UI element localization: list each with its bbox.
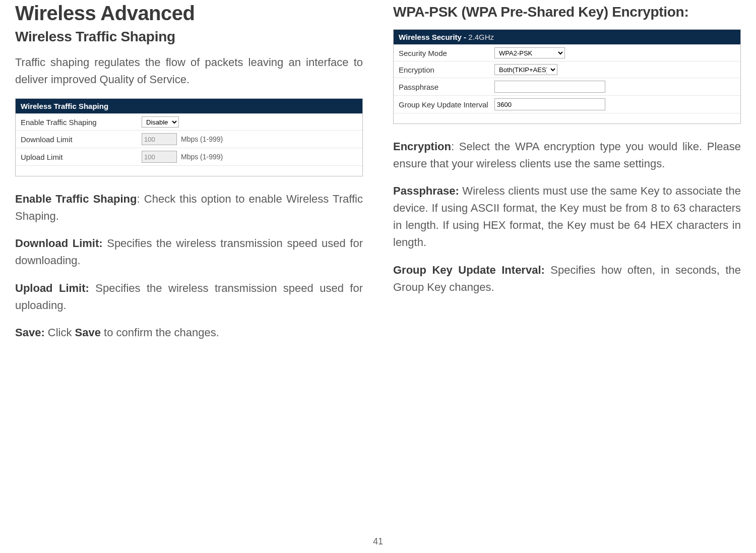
input-download-limit[interactable] <box>142 133 177 145</box>
row-upload-limit: Upload Limit Mbps (1-999) <box>16 148 362 165</box>
label-enable-traffic-shaping: Enable Traffic Shaping <box>21 118 142 127</box>
label-download-limit: Download Limit <box>21 135 142 144</box>
def-upload-bold: Upload Limit: <box>15 282 89 294</box>
wireless-security-table: Wireless Security - 2.4GHz Security Mode… <box>393 29 741 124</box>
def-download-bold: Download Limit: <box>15 237 103 250</box>
input-group-key-update[interactable] <box>494 98 605 110</box>
def-group-key: Group Key Update Interval: Specifies how… <box>393 262 741 296</box>
row-passphrase: Passphrase <box>394 78 740 95</box>
table-header: Wireless Traffic Shaping <box>16 99 362 113</box>
label-passphrase: Passphrase <box>399 83 494 91</box>
label-upload-limit: Upload Limit <box>21 153 142 161</box>
heading-wireless-advanced: Wireless Advanced <box>15 2 363 25</box>
def-passphrase: Passphrase: Wireless clients must use th… <box>393 182 741 251</box>
table-header-security: Wireless Security - 2.4GHz <box>394 30 740 44</box>
def-passphrase-bold: Passphrase: <box>393 185 459 197</box>
traffic-shaping-table: Wireless Traffic Shaping Enable Traffic … <box>15 98 363 176</box>
row-download-limit: Download Limit Mbps (1-999) <box>16 130 362 148</box>
hdr-part-b: 2.4GHz <box>468 33 494 41</box>
hdr-part-a: Wireless Security - <box>399 33 468 41</box>
left-column: Wireless Advanced Wireless Traffic Shapi… <box>15 0 363 351</box>
select-security-mode[interactable]: WPA2-PSK <box>494 47 565 58</box>
row-security-mode: Security Mode WPA2-PSK <box>394 44 740 61</box>
def-encryption-bold: Encryption <box>393 140 451 153</box>
input-upload-limit[interactable] <box>142 151 177 163</box>
select-encryption[interactable]: Both(TKIP+AES) <box>494 64 557 75</box>
spacer-row <box>16 165 362 176</box>
row-encryption: Encryption Both(TKIP+AES) <box>394 61 740 78</box>
heading-traffic-shaping: Wireless Traffic Shaping <box>15 29 363 45</box>
heading-wpa-psk: WPA-PSK (WPA Pre-Shared Key) Encryption: <box>393 4 741 20</box>
page-number: 41 <box>0 536 756 547</box>
hint-download-limit: Mbps (1-999) <box>181 135 223 143</box>
right-column: WPA-PSK (WPA Pre-Shared Key) Encryption:… <box>393 0 741 351</box>
row-group-key-update: Group Key Update Interval <box>394 95 740 113</box>
select-enable-traffic-shaping[interactable]: Disable <box>142 116 179 128</box>
spacer-row <box>394 113 740 124</box>
def-enable: Enable Traffic Shaping: Check this optio… <box>15 191 363 225</box>
intro-text: Traffic shaping regulates the flow of pa… <box>15 54 363 88</box>
def-save-bold2: Save <box>75 326 101 339</box>
input-passphrase[interactable] <box>494 81 605 93</box>
def-download-limit: Download Limit: Specifies the wireless t… <box>15 235 363 269</box>
row-enable-traffic-shaping: Enable Traffic Shaping Disable <box>16 113 362 130</box>
def-encryption: Encryption: Select the WPA encryption ty… <box>393 138 741 172</box>
label-group-key-update: Group Key Update Interval <box>399 100 494 109</box>
label-encryption: Encryption <box>399 66 494 74</box>
def-save-bold: Save: <box>15 326 45 339</box>
def-group-key-bold: Group Key Update Interval: <box>393 264 545 276</box>
def-save-text2: to confirm the changes. <box>101 326 219 339</box>
def-upload-limit: Upload Limit: Specifies the wireless tra… <box>15 280 363 314</box>
def-enable-bold: Enable Traffic Shaping <box>15 193 137 205</box>
def-save: Save: Click Save to confirm the changes. <box>15 324 363 341</box>
hint-upload-limit: Mbps (1-999) <box>181 153 223 161</box>
label-security-mode: Security Mode <box>399 49 494 57</box>
def-save-text1: Click <box>45 326 75 339</box>
